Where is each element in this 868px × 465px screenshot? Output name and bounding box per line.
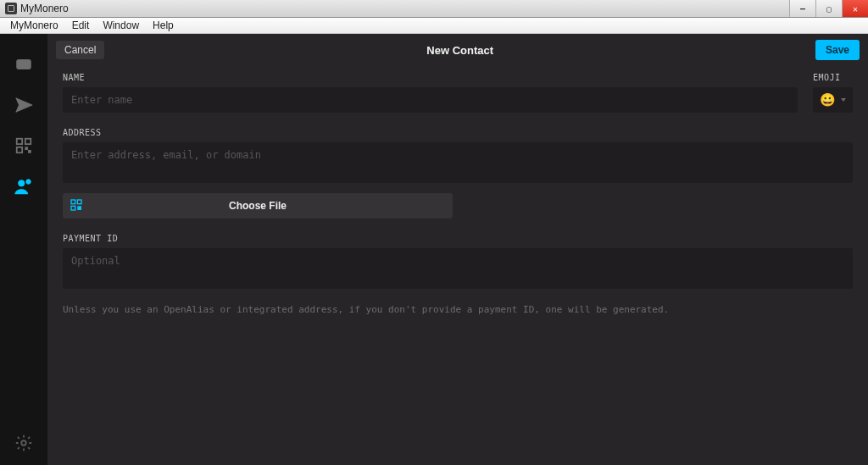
settings-button[interactable] [14, 433, 34, 453]
wallet-icon [14, 55, 33, 74]
sidebar-item-contacts[interactable] [14, 176, 34, 197]
modal-topbar: Cancel New Contact Save [47, 37, 868, 63]
window-controls: — ▢ ✕ [789, 0, 868, 17]
name-label: NAME [63, 73, 798, 82]
address-input[interactable] [63, 142, 853, 183]
minimize-button[interactable]: — [789, 0, 815, 17]
emoji-label: EMOJI [813, 73, 853, 82]
svg-rect-5 [29, 151, 31, 153]
address-label: ADDRESS [63, 128, 853, 137]
contacts-icon [14, 177, 33, 196]
svg-rect-9 [71, 200, 75, 204]
svg-point-6 [19, 180, 25, 186]
window-title: MyMonero [20, 3, 789, 14]
menu-mymonero[interactable]: MyMonero [3, 19, 65, 31]
app-icon [5, 3, 17, 14]
svg-rect-3 [17, 147, 22, 152]
menu-edit[interactable]: Edit [65, 19, 97, 31]
paymentid-label: PAYMENT ID [63, 234, 853, 243]
paymentid-hint: Unless you use an OpenAlias or integrate… [63, 304, 853, 315]
chevron-down-icon [841, 98, 846, 102]
save-button[interactable]: Save [815, 40, 860, 60]
svg-point-8 [21, 440, 26, 446]
choose-file-label: Choose File [63, 200, 453, 212]
cancel-button[interactable]: Cancel [56, 41, 104, 59]
svg-rect-0 [17, 60, 31, 69]
svg-point-7 [26, 180, 31, 185]
emoji-value: 😀 [820, 92, 836, 108]
window-titlebar: MyMonero — ▢ ✕ [0, 0, 868, 18]
paymentid-input[interactable] [63, 248, 853, 289]
sidebar-item-receive[interactable] [14, 136, 34, 156]
svg-rect-10 [77, 200, 81, 204]
svg-rect-2 [25, 139, 31, 144]
main-panel: Cancel New Contact Save NAME EMOJI 😀 [47, 34, 868, 465]
svg-rect-1 [17, 139, 22, 144]
gear-icon [14, 434, 33, 452]
sidebar [0, 34, 47, 465]
sidebar-item-wallet[interactable] [14, 54, 34, 75]
menu-bar: MyMonero Edit Window Help [0, 18, 868, 34]
qr-icon [14, 136, 33, 155]
sidebar-item-send[interactable] [14, 95, 34, 115]
emoji-picker[interactable]: 😀 [813, 87, 853, 113]
menu-help[interactable]: Help [146, 19, 181, 31]
svg-rect-11 [71, 206, 75, 210]
page-title: New Contact [104, 44, 815, 57]
qr-scan-icon [70, 198, 83, 214]
new-contact-form: NAME EMOJI 😀 ADDRESS [63, 73, 853, 315]
menu-window[interactable]: Window [96, 19, 146, 31]
svg-rect-12 [77, 206, 81, 210]
choose-file-button[interactable]: Choose File [63, 193, 453, 219]
maximize-button[interactable]: ▢ [815, 0, 842, 17]
svg-rect-4 [25, 147, 28, 150]
send-icon [14, 96, 33, 114]
name-input[interactable] [63, 87, 798, 113]
close-window-button[interactable]: ✕ [842, 0, 868, 17]
